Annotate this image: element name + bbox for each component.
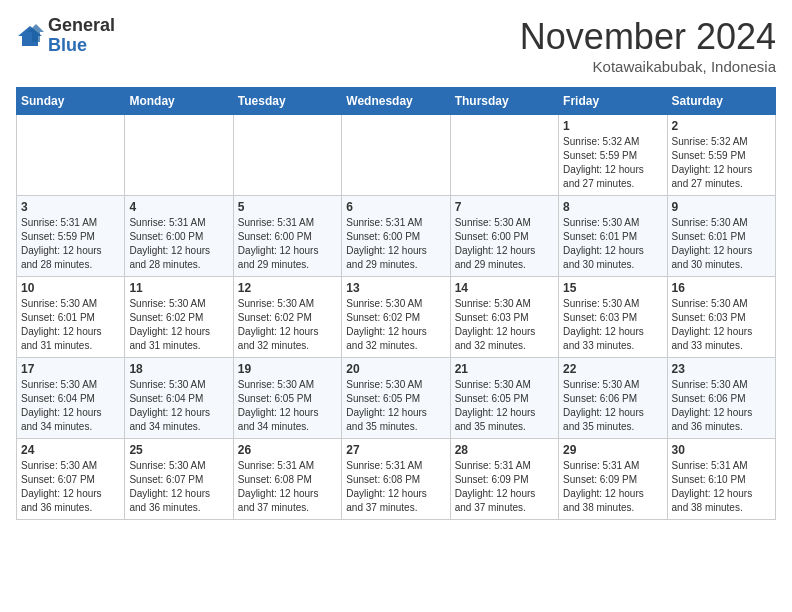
- day-info: Sunrise: 5:31 AM Sunset: 6:08 PM Dayligh…: [238, 459, 337, 515]
- calendar-cell: 23Sunrise: 5:30 AM Sunset: 6:06 PM Dayli…: [667, 358, 775, 439]
- day-info: Sunrise: 5:30 AM Sunset: 6:00 PM Dayligh…: [455, 216, 554, 272]
- calendar-cell: [450, 115, 558, 196]
- calendar-cell: 5Sunrise: 5:31 AM Sunset: 6:00 PM Daylig…: [233, 196, 341, 277]
- calendar-cell: 27Sunrise: 5:31 AM Sunset: 6:08 PM Dayli…: [342, 439, 450, 520]
- day-number: 30: [672, 443, 771, 457]
- calendar-cell: 2Sunrise: 5:32 AM Sunset: 5:59 PM Daylig…: [667, 115, 775, 196]
- week-row-2: 3Sunrise: 5:31 AM Sunset: 5:59 PM Daylig…: [17, 196, 776, 277]
- calendar-cell: [342, 115, 450, 196]
- logo-text: General Blue: [48, 16, 115, 56]
- day-info: Sunrise: 5:30 AM Sunset: 6:03 PM Dayligh…: [563, 297, 662, 353]
- calendar-cell: 21Sunrise: 5:30 AM Sunset: 6:05 PM Dayli…: [450, 358, 558, 439]
- day-info: Sunrise: 5:30 AM Sunset: 6:03 PM Dayligh…: [672, 297, 771, 353]
- calendar-cell: 19Sunrise: 5:30 AM Sunset: 6:05 PM Dayli…: [233, 358, 341, 439]
- day-number: 22: [563, 362, 662, 376]
- calendar-cell: 30Sunrise: 5:31 AM Sunset: 6:10 PM Dayli…: [667, 439, 775, 520]
- logo-blue-text: Blue: [48, 35, 87, 55]
- calendar-cell: 28Sunrise: 5:31 AM Sunset: 6:09 PM Dayli…: [450, 439, 558, 520]
- day-number: 5: [238, 200, 337, 214]
- day-number: 25: [129, 443, 228, 457]
- weekday-header-friday: Friday: [559, 88, 667, 115]
- calendar-cell: 10Sunrise: 5:30 AM Sunset: 6:01 PM Dayli…: [17, 277, 125, 358]
- day-number: 11: [129, 281, 228, 295]
- week-row-1: 1Sunrise: 5:32 AM Sunset: 5:59 PM Daylig…: [17, 115, 776, 196]
- day-info: Sunrise: 5:30 AM Sunset: 6:01 PM Dayligh…: [563, 216, 662, 272]
- day-number: 9: [672, 200, 771, 214]
- day-number: 15: [563, 281, 662, 295]
- calendar-cell: 9Sunrise: 5:30 AM Sunset: 6:01 PM Daylig…: [667, 196, 775, 277]
- day-info: Sunrise: 5:32 AM Sunset: 5:59 PM Dayligh…: [672, 135, 771, 191]
- weekday-header-wednesday: Wednesday: [342, 88, 450, 115]
- day-number: 20: [346, 362, 445, 376]
- day-info: Sunrise: 5:31 AM Sunset: 6:08 PM Dayligh…: [346, 459, 445, 515]
- logo[interactable]: General Blue: [16, 16, 115, 56]
- logo-general-text: General: [48, 15, 115, 35]
- day-info: Sunrise: 5:30 AM Sunset: 6:04 PM Dayligh…: [21, 378, 120, 434]
- calendar-cell: 4Sunrise: 5:31 AM Sunset: 6:00 PM Daylig…: [125, 196, 233, 277]
- day-info: Sunrise: 5:31 AM Sunset: 6:09 PM Dayligh…: [563, 459, 662, 515]
- day-info: Sunrise: 5:30 AM Sunset: 6:02 PM Dayligh…: [238, 297, 337, 353]
- day-info: Sunrise: 5:30 AM Sunset: 6:05 PM Dayligh…: [238, 378, 337, 434]
- location-text: Kotawaikabubak, Indonesia: [520, 58, 776, 75]
- day-number: 3: [21, 200, 120, 214]
- weekday-header-monday: Monday: [125, 88, 233, 115]
- calendar-cell: 18Sunrise: 5:30 AM Sunset: 6:04 PM Dayli…: [125, 358, 233, 439]
- calendar-cell: 25Sunrise: 5:30 AM Sunset: 6:07 PM Dayli…: [125, 439, 233, 520]
- day-number: 18: [129, 362, 228, 376]
- day-number: 29: [563, 443, 662, 457]
- week-row-5: 24Sunrise: 5:30 AM Sunset: 6:07 PM Dayli…: [17, 439, 776, 520]
- day-info: Sunrise: 5:31 AM Sunset: 6:00 PM Dayligh…: [346, 216, 445, 272]
- calendar-cell: 14Sunrise: 5:30 AM Sunset: 6:03 PM Dayli…: [450, 277, 558, 358]
- day-number: 17: [21, 362, 120, 376]
- calendar-cell: 3Sunrise: 5:31 AM Sunset: 5:59 PM Daylig…: [17, 196, 125, 277]
- calendar-cell: 11Sunrise: 5:30 AM Sunset: 6:02 PM Dayli…: [125, 277, 233, 358]
- day-number: 13: [346, 281, 445, 295]
- day-info: Sunrise: 5:31 AM Sunset: 5:59 PM Dayligh…: [21, 216, 120, 272]
- day-number: 16: [672, 281, 771, 295]
- day-info: Sunrise: 5:31 AM Sunset: 6:10 PM Dayligh…: [672, 459, 771, 515]
- day-number: 12: [238, 281, 337, 295]
- calendar-cell: 12Sunrise: 5:30 AM Sunset: 6:02 PM Dayli…: [233, 277, 341, 358]
- calendar-cell: 29Sunrise: 5:31 AM Sunset: 6:09 PM Dayli…: [559, 439, 667, 520]
- day-info: Sunrise: 5:30 AM Sunset: 6:02 PM Dayligh…: [129, 297, 228, 353]
- calendar-cell: [233, 115, 341, 196]
- weekday-header-tuesday: Tuesday: [233, 88, 341, 115]
- day-number: 10: [21, 281, 120, 295]
- day-info: Sunrise: 5:30 AM Sunset: 6:01 PM Dayligh…: [672, 216, 771, 272]
- weekday-header-saturday: Saturday: [667, 88, 775, 115]
- month-title: November 2024: [520, 16, 776, 58]
- day-number: 4: [129, 200, 228, 214]
- day-info: Sunrise: 5:30 AM Sunset: 6:07 PM Dayligh…: [21, 459, 120, 515]
- logo-icon: [16, 22, 44, 50]
- page-header: General Blue November 2024 Kotawaikabuba…: [16, 16, 776, 75]
- calendar-cell: 22Sunrise: 5:30 AM Sunset: 6:06 PM Dayli…: [559, 358, 667, 439]
- calendar-cell: 16Sunrise: 5:30 AM Sunset: 6:03 PM Dayli…: [667, 277, 775, 358]
- week-row-4: 17Sunrise: 5:30 AM Sunset: 6:04 PM Dayli…: [17, 358, 776, 439]
- day-number: 24: [21, 443, 120, 457]
- calendar-cell: [17, 115, 125, 196]
- calendar-cell: 20Sunrise: 5:30 AM Sunset: 6:05 PM Dayli…: [342, 358, 450, 439]
- calendar-cell: 24Sunrise: 5:30 AM Sunset: 6:07 PM Dayli…: [17, 439, 125, 520]
- weekday-header-sunday: Sunday: [17, 88, 125, 115]
- calendar-cell: 8Sunrise: 5:30 AM Sunset: 6:01 PM Daylig…: [559, 196, 667, 277]
- day-info: Sunrise: 5:30 AM Sunset: 6:03 PM Dayligh…: [455, 297, 554, 353]
- calendar-cell: 15Sunrise: 5:30 AM Sunset: 6:03 PM Dayli…: [559, 277, 667, 358]
- calendar-table: SundayMondayTuesdayWednesdayThursdayFrid…: [16, 87, 776, 520]
- day-info: Sunrise: 5:31 AM Sunset: 6:00 PM Dayligh…: [238, 216, 337, 272]
- day-number: 8: [563, 200, 662, 214]
- day-info: Sunrise: 5:30 AM Sunset: 6:01 PM Dayligh…: [21, 297, 120, 353]
- calendar-cell: 1Sunrise: 5:32 AM Sunset: 5:59 PM Daylig…: [559, 115, 667, 196]
- calendar-cell: 26Sunrise: 5:31 AM Sunset: 6:08 PM Dayli…: [233, 439, 341, 520]
- day-number: 2: [672, 119, 771, 133]
- day-info: Sunrise: 5:30 AM Sunset: 6:04 PM Dayligh…: [129, 378, 228, 434]
- weekday-header-row: SundayMondayTuesdayWednesdayThursdayFrid…: [17, 88, 776, 115]
- day-number: 1: [563, 119, 662, 133]
- calendar-cell: 17Sunrise: 5:30 AM Sunset: 6:04 PM Dayli…: [17, 358, 125, 439]
- day-info: Sunrise: 5:30 AM Sunset: 6:07 PM Dayligh…: [129, 459, 228, 515]
- day-number: 26: [238, 443, 337, 457]
- day-info: Sunrise: 5:30 AM Sunset: 6:05 PM Dayligh…: [455, 378, 554, 434]
- day-number: 19: [238, 362, 337, 376]
- day-number: 28: [455, 443, 554, 457]
- calendar-cell: 7Sunrise: 5:30 AM Sunset: 6:00 PM Daylig…: [450, 196, 558, 277]
- calendar-cell: 13Sunrise: 5:30 AM Sunset: 6:02 PM Dayli…: [342, 277, 450, 358]
